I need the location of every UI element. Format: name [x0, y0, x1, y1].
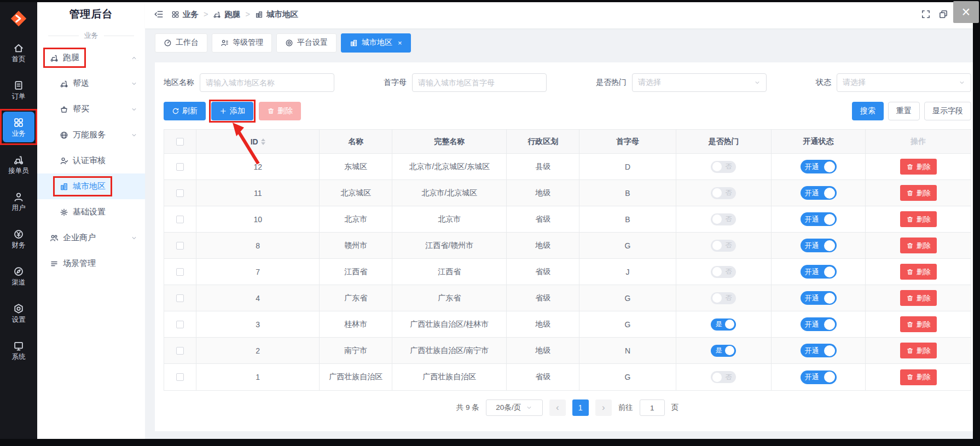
fullscreen-icon[interactable]: [921, 9, 931, 19]
open-status-toggle[interactable]: 开通: [801, 317, 837, 331]
app-logo-icon[interactable]: [0, 3, 37, 34]
row-checkbox[interactable]: [176, 216, 184, 223]
grid-icon: [171, 10, 179, 19]
row-checkbox[interactable]: [176, 347, 184, 355]
dashboard-icon: [164, 39, 172, 47]
row-checkbox[interactable]: [176, 373, 184, 381]
hot-toggle[interactable]: 否: [711, 266, 736, 278]
rail-item-system[interactable]: 系统: [0, 332, 37, 369]
settings-icon: [13, 303, 24, 314]
open-status-toggle[interactable]: 开通: [801, 344, 837, 357]
table-row: 3桂林市广西壮族自治区/桂林市地级G是开通删除: [164, 311, 971, 338]
row-checkbox[interactable]: [176, 189, 184, 197]
open-status-toggle[interactable]: 开通: [801, 160, 837, 173]
sidebar-item-globe[interactable]: 万能服务: [37, 122, 145, 148]
hot-toggle[interactable]: 否: [711, 161, 736, 173]
row-delete-button[interactable]: 删除: [900, 185, 937, 201]
add-button[interactable]: 添加: [211, 102, 253, 120]
collapse-sidebar-icon[interactable]: [154, 9, 164, 19]
breadcrumb-item-grid[interactable]: 业务: [171, 9, 199, 20]
trash-icon: [906, 347, 914, 355]
breadcrumb-item-scooter[interactable]: 跑腿: [213, 9, 240, 20]
open-status-toggle[interactable]: 开通: [801, 239, 837, 252]
open-status-toggle[interactable]: 开通: [801, 291, 837, 305]
sidebar-item-verify[interactable]: 认证审核: [37, 148, 145, 173]
open-status-toggle[interactable]: 开通: [801, 370, 837, 384]
search-button[interactable]: 搜索: [852, 102, 884, 120]
sidebar-item-scene[interactable]: 场景管理: [37, 251, 145, 276]
rail-item-courier[interactable]: 接单员: [0, 146, 37, 183]
rail-item-order[interactable]: 订单: [0, 71, 37, 108]
trash-icon: [906, 216, 914, 223]
row-delete-button[interactable]: 删除: [900, 264, 937, 280]
sidebar-item-gear[interactable]: 基础设置: [37, 199, 145, 225]
open-status-toggle[interactable]: 开通: [801, 265, 837, 279]
chevron-down-icon: [526, 404, 532, 411]
select-all-checkbox[interactable]: [176, 138, 184, 146]
refresh-button[interactable]: 刷新: [164, 102, 206, 120]
tab-city[interactable]: 城市地区×: [341, 33, 411, 53]
row-checkbox[interactable]: [176, 242, 184, 250]
hot-toggle[interactable]: 否: [711, 213, 736, 225]
status-select[interactable]: 请选择: [837, 73, 971, 92]
reset-button[interactable]: 重置: [888, 102, 920, 120]
hot-toggle[interactable]: 否: [711, 240, 736, 252]
row-delete-button[interactable]: 删除: [900, 290, 937, 306]
hot-toggle[interactable]: 是: [711, 345, 736, 357]
breadcrumb-item-city[interactable]: 城市地区: [255, 9, 298, 20]
layers-icon[interactable]: [938, 9, 948, 19]
sidebar-item-scooter[interactable]: 帮送: [37, 71, 145, 96]
column-header-full: 完整名称: [392, 130, 507, 153]
rail-item-settings[interactable]: 设置: [0, 294, 37, 332]
row-delete-button[interactable]: 删除: [900, 211, 937, 227]
app-window: 首页订单业务接单员用户财务渠道设置系统 管理后台 业务 跑腿帮送帮买万能服务认证…: [0, 0, 980, 446]
page-size-select[interactable]: 20条/页: [486, 399, 543, 416]
current-page[interactable]: 1: [572, 399, 589, 416]
hot-select[interactable]: 请选择: [632, 73, 767, 92]
initial-input[interactable]: [412, 73, 547, 92]
sort-icon[interactable]: [261, 138, 265, 145]
rail-item-finance[interactable]: 财务: [0, 220, 37, 257]
open-status-toggle[interactable]: 开通: [801, 212, 837, 226]
sidebar-item-scooter[interactable]: 跑腿: [37, 45, 145, 71]
tab-dashboard[interactable]: 工作台: [155, 33, 207, 53]
close-tab-icon[interactable]: ×: [398, 39, 402, 47]
show-fields-button[interactable]: 显示字段: [924, 102, 971, 120]
trash-icon: [267, 107, 275, 115]
row-checkbox[interactable]: [176, 268, 184, 276]
row-delete-button[interactable]: 删除: [900, 159, 937, 175]
delete-button[interactable]: 删除: [259, 102, 301, 120]
rail-item-home[interactable]: 首页: [0, 34, 37, 71]
row-checkbox[interactable]: [176, 321, 184, 328]
chevron-down-icon: [959, 79, 965, 86]
row-checkbox[interactable]: [176, 163, 184, 171]
column-header-select: [164, 130, 196, 153]
region-name-input[interactable]: [200, 73, 334, 92]
rail-item-grid[interactable]: 业务: [0, 108, 37, 146]
order-icon: [13, 80, 24, 91]
goto-page-input[interactable]: [640, 399, 665, 416]
sidebar-item-merchant[interactable]: 企业商户: [37, 225, 145, 251]
hot-toggle[interactable]: 否: [711, 187, 736, 199]
rail-item-channel[interactable]: 渠道: [0, 257, 37, 294]
hot-toggle[interactable]: 否: [711, 371, 736, 383]
sidebar-item-city[interactable]: 城市地区: [37, 173, 145, 199]
row-delete-button[interactable]: 删除: [900, 369, 937, 385]
next-page-button[interactable]: ›: [595, 399, 612, 416]
row-delete-button[interactable]: 删除: [900, 238, 937, 253]
hot-toggle[interactable]: 否: [711, 292, 736, 304]
nav-rail: 首页订单业务接单员用户财务渠道设置系统: [0, 0, 37, 446]
rail-item-user[interactable]: 用户: [0, 183, 37, 220]
total-count: 共 9 条: [456, 403, 479, 413]
row-delete-button[interactable]: 删除: [900, 316, 937, 332]
tab-platform[interactable]: 平台设置: [276, 33, 337, 53]
hot-toggle[interactable]: 是: [711, 318, 736, 331]
open-status-toggle[interactable]: 开通: [801, 186, 837, 200]
tab-level[interactable]: 等级管理: [212, 33, 272, 53]
prev-page-button[interactable]: ‹: [549, 399, 566, 416]
row-checkbox[interactable]: [176, 294, 184, 302]
sidebar-item-basket[interactable]: 帮买: [37, 96, 145, 122]
verify-icon: [60, 157, 68, 165]
row-delete-button[interactable]: 删除: [900, 343, 937, 358]
close-overlay-button[interactable]: ×: [953, 1, 979, 23]
